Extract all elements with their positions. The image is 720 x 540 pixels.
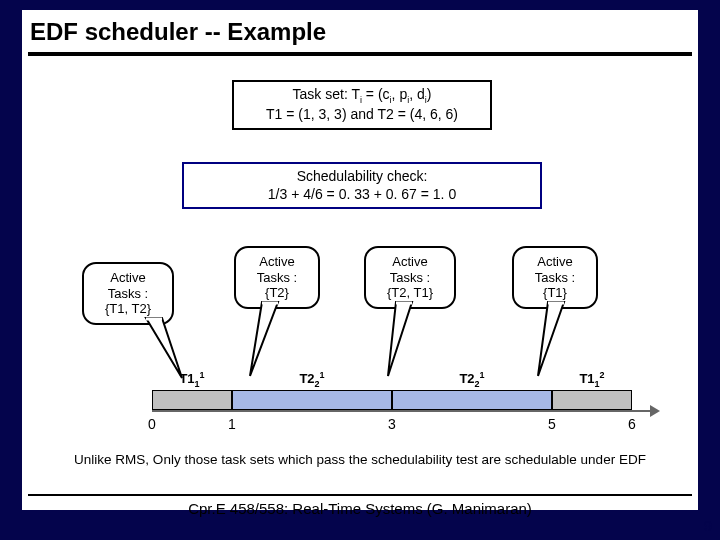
title-rule bbox=[28, 52, 692, 56]
bar-label-1: T111 bbox=[162, 370, 222, 389]
sched-line2: 1/3 + 4/6 = 0. 33 + 0. 67 = 1. 0 bbox=[192, 186, 532, 204]
taskset-box: Task set: Ti = (ci, pi, di) T1 = (1, 3, … bbox=[232, 80, 492, 130]
bar-t1-1 bbox=[152, 390, 232, 410]
bubble-2-tail bbox=[244, 300, 284, 380]
svg-marker-6 bbox=[538, 302, 564, 376]
bar-t2-1b bbox=[392, 390, 552, 410]
svg-marker-0 bbox=[146, 318, 182, 378]
bar-label-4: T112 bbox=[562, 370, 622, 389]
timeline-axis bbox=[152, 410, 652, 412]
sched-box: Schedulability check: 1/3 + 4/6 = 0. 33 … bbox=[182, 162, 542, 209]
footnote: Unlike RMS, Only those task sets which p… bbox=[52, 452, 668, 469]
tick-6: 6 bbox=[628, 416, 636, 432]
footer-text: Cpr.E 458/558: Real-Time Systems (G. Man… bbox=[22, 500, 698, 517]
taskset-line2: T1 = (1, 3, 3) and T2 = (4, 6, 6) bbox=[242, 106, 482, 124]
tick-0: 0 bbox=[148, 416, 156, 432]
bar-label-2: T221 bbox=[282, 370, 342, 389]
svg-marker-4 bbox=[388, 302, 412, 376]
timeline: T111 T221 T221 T112 0 1 3 5 6 bbox=[152, 380, 672, 440]
taskset-line1: Task set: Ti = (ci, pi, di) bbox=[242, 86, 482, 106]
bar-label-3: T221 bbox=[442, 370, 502, 389]
bubble-4-tail bbox=[534, 300, 574, 380]
tick-5: 5 bbox=[548, 416, 556, 432]
svg-marker-2 bbox=[250, 302, 278, 376]
page-number: 9 bbox=[704, 517, 712, 534]
tick-3: 3 bbox=[388, 416, 396, 432]
tick-1: 1 bbox=[228, 416, 236, 432]
slide-title: EDF scheduler -- Example bbox=[22, 10, 698, 52]
slide-body: EDF scheduler -- Example Task set: Ti = … bbox=[22, 10, 698, 510]
bar-t2-1a bbox=[232, 390, 392, 410]
timeline-arrowhead bbox=[650, 405, 660, 417]
bar-t1-2 bbox=[552, 390, 632, 410]
bubble-3-tail bbox=[382, 300, 422, 380]
bottom-rule bbox=[28, 494, 692, 496]
sched-line1: Schedulability check: bbox=[192, 168, 532, 186]
